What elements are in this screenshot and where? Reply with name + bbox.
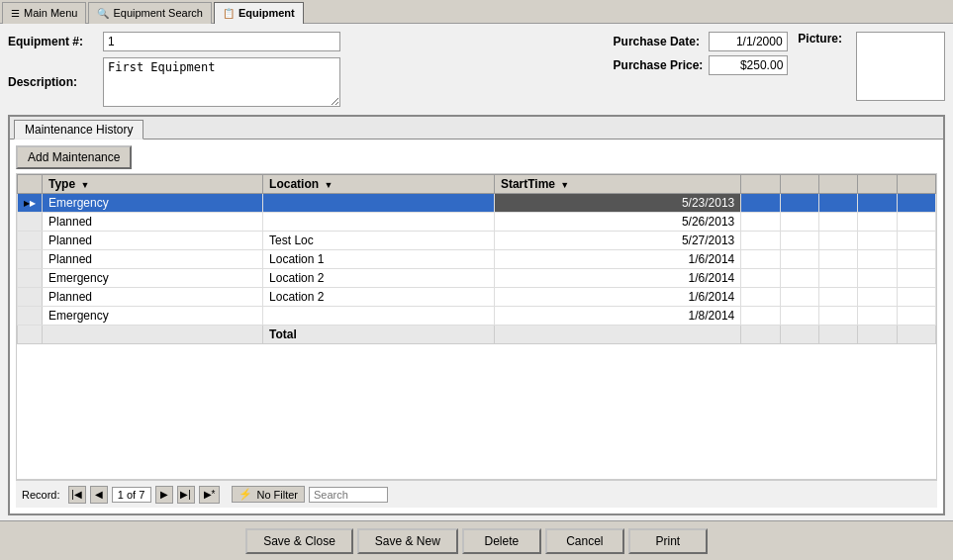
no-filter-button[interactable]: ⚡ No Filter — [232, 486, 305, 503]
cell-start-time: 1/6/2014 — [494, 269, 740, 288]
col-starttime-header[interactable]: StartTime ▼ — [494, 175, 740, 194]
nav-prev-button[interactable]: ◀ — [90, 486, 108, 504]
cell-location: Location 2 — [263, 288, 495, 307]
cell-location — [263, 307, 495, 326]
col-extra1 — [741, 175, 780, 194]
purchase-price-input[interactable] — [709, 55, 788, 75]
cell-start-time: 5/26/2013 — [494, 213, 740, 232]
cell-empty — [858, 307, 897, 326]
cell-empty — [741, 250, 780, 269]
cell-type: Emergency — [43, 194, 263, 213]
row-indicator — [18, 250, 43, 269]
maintenance-history-tab[interactable]: Maintenance History — [14, 120, 143, 140]
cell-empty — [741, 269, 780, 288]
nav-new-button[interactable]: ▶* — [199, 486, 221, 504]
table-row[interactable]: ▶Emergency5/23/2013 — [18, 194, 936, 213]
delete-button[interactable]: Delete — [462, 528, 541, 554]
cell-type: Planned — [43, 288, 263, 307]
maintenance-history-tab-label: Maintenance History — [25, 123, 133, 137]
purchase-price-group: Purchase Price: — [614, 55, 789, 75]
cell-empty — [858, 232, 897, 250]
row-indicator: ▶ — [18, 194, 43, 213]
cancel-button[interactable]: Cancel — [545, 528, 624, 554]
tab-main-menu-label: Main Menu — [24, 7, 77, 19]
col-extra2 — [780, 175, 818, 194]
tab-equipment-search-label: Equipment Search — [113, 7, 203, 19]
description-label: Description: — [8, 75, 97, 89]
cell-empty — [741, 288, 780, 307]
cell-empty — [818, 194, 857, 213]
equipment-number-group: Equipment #: — [8, 32, 604, 51]
record-display[interactable] — [112, 487, 151, 503]
row-indicator — [18, 307, 43, 326]
tab-equipment[interactable]: 📋 Equipment — [214, 2, 304, 24]
picture-box — [856, 32, 945, 101]
picture-label: Picture: — [798, 32, 842, 46]
cell-empty — [780, 250, 818, 269]
cell-empty — [818, 307, 857, 326]
main-menu-icon: ☰ — [11, 8, 20, 19]
equipment-number-input[interactable] — [103, 32, 340, 51]
purchase-date-group: Purchase Date: — [614, 32, 789, 51]
no-filter-label: No Filter — [256, 489, 298, 501]
col-type-header[interactable]: Type ▼ — [43, 175, 263, 194]
cell-type: Emergency — [43, 269, 263, 288]
cell-start-time: 1/6/2014 — [494, 288, 740, 307]
search-input[interactable] — [309, 487, 388, 503]
form-left: Equipment #: Description: First Equipmen… — [8, 32, 604, 107]
col-extra4 — [858, 175, 897, 194]
print-button[interactable]: Print — [628, 528, 708, 554]
form-right: Purchase Date: Purchase Price: — [614, 32, 789, 107]
maintenance-table-wrapper[interactable]: Type ▼ Location ▼ StartTime ▼ — [16, 173, 937, 480]
add-maintenance-button[interactable]: Add Maintenance — [16, 145, 132, 169]
cell-empty — [741, 213, 780, 232]
cell-empty — [858, 250, 897, 269]
cell-location — [263, 194, 495, 213]
cell-empty — [780, 269, 818, 288]
purchase-price-label: Purchase Price: — [614, 58, 704, 72]
cell-empty — [818, 269, 857, 288]
save-new-button[interactable]: Save & New — [357, 528, 458, 554]
cell-empty — [741, 307, 780, 326]
cell-empty — [780, 288, 818, 307]
cell-empty — [780, 307, 818, 326]
save-close-button[interactable]: Save & Close — [245, 528, 353, 554]
purchase-date-input[interactable] — [709, 32, 788, 51]
tab-bar: ☰ Main Menu 🔍 Equipment Search 📋 Equipme… — [0, 0, 953, 24]
cell-empty — [818, 232, 857, 250]
table-footer: Total — [18, 326, 936, 344]
table-row[interactable]: PlannedLocation 11/6/2014 — [18, 250, 936, 269]
footer-total-label — [43, 326, 263, 344]
col-indicator — [18, 175, 43, 194]
cell-empty — [897, 269, 935, 288]
location-sort-icon: ▼ — [324, 180, 333, 190]
cell-start-time: 5/27/2013 — [494, 232, 740, 250]
row-indicator — [18, 213, 43, 232]
tab-panel-header: Maintenance History — [10, 117, 943, 139]
footer-col8 — [897, 326, 935, 344]
table-row[interactable]: Emergency1/8/2014 — [18, 307, 936, 326]
cell-empty — [818, 213, 857, 232]
tab-main-menu[interactable]: ☰ Main Menu — [2, 2, 86, 24]
tab-equipment-search[interactable]: 🔍 Equipment Search — [88, 2, 212, 24]
table-row[interactable]: Planned5/26/2013 — [18, 213, 936, 232]
description-input[interactable]: First Equipment — [103, 57, 340, 107]
cell-location — [263, 213, 495, 232]
cell-location: Location 1 — [263, 250, 495, 269]
cell-empty — [741, 194, 780, 213]
nav-first-button[interactable]: |◀ — [68, 486, 86, 504]
col-location-header[interactable]: Location ▼ — [263, 175, 495, 194]
nav-last-button[interactable]: ▶| — [177, 486, 195, 504]
cell-empty — [858, 269, 897, 288]
cell-type: Emergency — [43, 307, 263, 326]
bottom-bar: Save & Close Save & New Delete Cancel Pr… — [0, 520, 953, 560]
description-group: Description: First Equipment — [8, 57, 604, 107]
cell-empty — [858, 213, 897, 232]
table-row[interactable]: PlannedLocation 21/6/2014 — [18, 288, 936, 307]
row-indicator — [18, 288, 43, 307]
nav-next-button[interactable]: ▶ — [155, 486, 173, 504]
cell-start-time: 1/8/2014 — [494, 307, 740, 326]
table-row[interactable]: PlannedTest Loc5/27/2013 — [18, 232, 936, 250]
table-row[interactable]: EmergencyLocation 21/6/2014 — [18, 269, 936, 288]
col-extra3 — [818, 175, 857, 194]
